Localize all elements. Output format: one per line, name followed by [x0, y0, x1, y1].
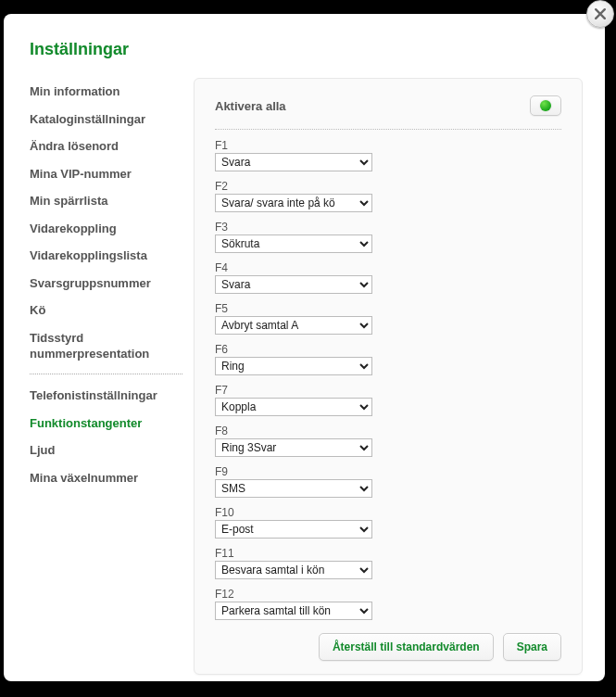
- function-key-select[interactable]: Ring 3Svar: [215, 438, 372, 457]
- function-key-select[interactable]: Koppla: [215, 398, 372, 416]
- function-key-select[interactable]: Sökruta: [215, 234, 372, 253]
- function-key-select[interactable]: Ring: [215, 357, 372, 375]
- function-key-select[interactable]: Parkera samtal till kön: [215, 602, 372, 620]
- function-key-row: F1Svara: [215, 139, 561, 171]
- function-key-select[interactable]: Besvara samtal i kön: [215, 561, 372, 579]
- sidebar-item[interactable]: Funktionstangenter: [30, 410, 182, 437]
- function-key-select[interactable]: E-post: [215, 520, 372, 539]
- function-key-label: F9: [215, 465, 561, 478]
- sidebar-item[interactable]: Min spärrlista: [30, 187, 182, 215]
- sidebar: Min informationKataloginställningarÄndra…: [30, 78, 182, 675]
- sidebar-item[interactable]: Kö: [30, 297, 182, 324]
- sidebar-item[interactable]: Kataloginställningar: [30, 106, 182, 133]
- function-key-row: F10E-post: [215, 506, 561, 539]
- panel-separator: [215, 129, 561, 130]
- function-key-row: F11Besvara samtal i kön: [215, 547, 561, 579]
- function-key-label: F4: [215, 261, 561, 274]
- reset-button[interactable]: Återställ till standardvärden: [319, 633, 494, 661]
- function-key-select[interactable]: SMS: [215, 479, 372, 498]
- function-key-label: F5: [215, 302, 561, 315]
- function-key-label: F2: [215, 180, 561, 193]
- sidebar-separator: [30, 374, 182, 374]
- activate-all-toggle[interactable]: [530, 95, 561, 116]
- sidebar-item[interactable]: Mina växelnummer: [30, 464, 182, 492]
- close-icon: [595, 8, 606, 19]
- main-panel: Aktivera alla F1SvaraF2Svara/ svara inte…: [194, 78, 583, 675]
- sidebar-item[interactable]: Vidarekopplingslista: [30, 242, 182, 270]
- function-key-row: F3Sökruta: [215, 221, 561, 253]
- function-key-row: F6Ring: [215, 343, 561, 375]
- sidebar-item[interactable]: Svarsgruppsnummer: [30, 270, 182, 298]
- function-key-label: F6: [215, 343, 561, 356]
- function-key-row: F8Ring 3Svar: [215, 425, 561, 457]
- function-key-select[interactable]: Svara/ svara inte på kö: [215, 194, 372, 212]
- function-key-select[interactable]: Svara: [215, 153, 372, 171]
- sidebar-item[interactable]: Ljud: [30, 437, 182, 464]
- activate-all-label: Aktivera alla: [215, 99, 286, 113]
- sidebar-item[interactable]: Telefonistinställningar: [30, 382, 182, 410]
- function-key-label: F12: [215, 588, 561, 601]
- settings-window: Inställningar Min informationKataloginst…: [4, 14, 605, 681]
- save-button[interactable]: Spara: [503, 633, 561, 661]
- function-key-select[interactable]: Avbryt samtal A: [215, 316, 372, 335]
- page-title: Inställningar: [30, 40, 583, 59]
- function-key-label: F7: [215, 384, 561, 397]
- function-key-label: F11: [215, 547, 561, 560]
- function-key-row: F5Avbryt samtal A: [215, 302, 561, 335]
- function-key-select[interactable]: Svara: [215, 275, 372, 294]
- function-key-row: F9SMS: [215, 465, 561, 498]
- sidebar-item[interactable]: Tidsstyrd nummerpresentation: [30, 324, 182, 368]
- sidebar-item[interactable]: Vidarekoppling: [30, 215, 182, 243]
- sidebar-item[interactable]: Ändra lösenord: [30, 133, 182, 160]
- function-key-row: F4Svara: [215, 261, 561, 294]
- function-key-label: F3: [215, 221, 561, 234]
- function-key-row: F12Parkera samtal till kön: [215, 588, 561, 620]
- toggle-dot-icon: [540, 100, 551, 111]
- function-key-label: F10: [215, 506, 561, 519]
- function-key-label: F1: [215, 139, 561, 152]
- function-key-row: F2Svara/ svara inte på kö: [215, 180, 561, 212]
- sidebar-item[interactable]: Mina VIP-nummer: [30, 160, 182, 188]
- sidebar-item[interactable]: Min information: [30, 78, 182, 106]
- function-key-label: F8: [215, 425, 561, 437]
- function-key-row: F7Koppla: [215, 384, 561, 416]
- close-button[interactable]: [586, 0, 614, 28]
